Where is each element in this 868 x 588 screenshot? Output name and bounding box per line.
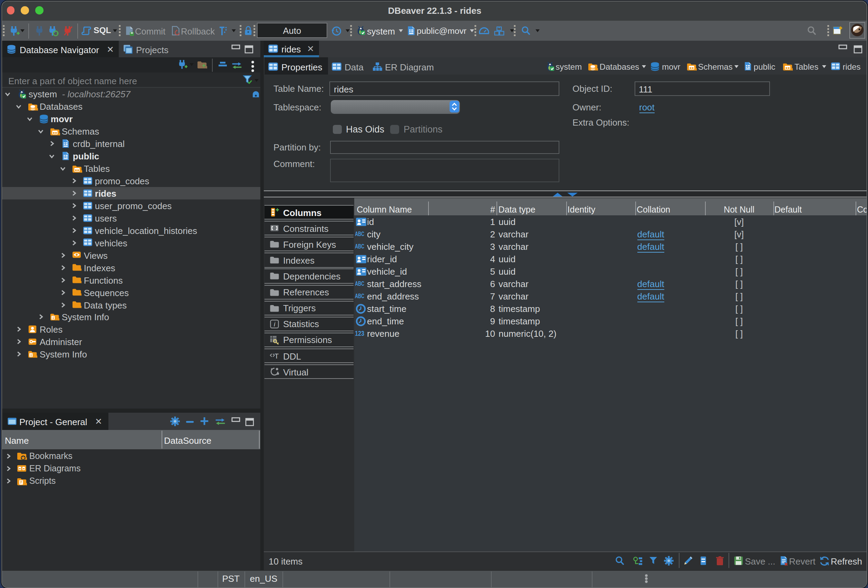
svg-text:ABC: ABC	[355, 243, 364, 250]
svg-text:ABC: ABC	[355, 231, 364, 238]
svg-text:ABC: ABC	[355, 280, 364, 287]
svg-text:ABC: ABC	[355, 293, 364, 299]
svg-text:T: T	[274, 352, 278, 360]
svg-text:123: 123	[355, 330, 364, 337]
svg-text:i: i	[273, 320, 275, 327]
